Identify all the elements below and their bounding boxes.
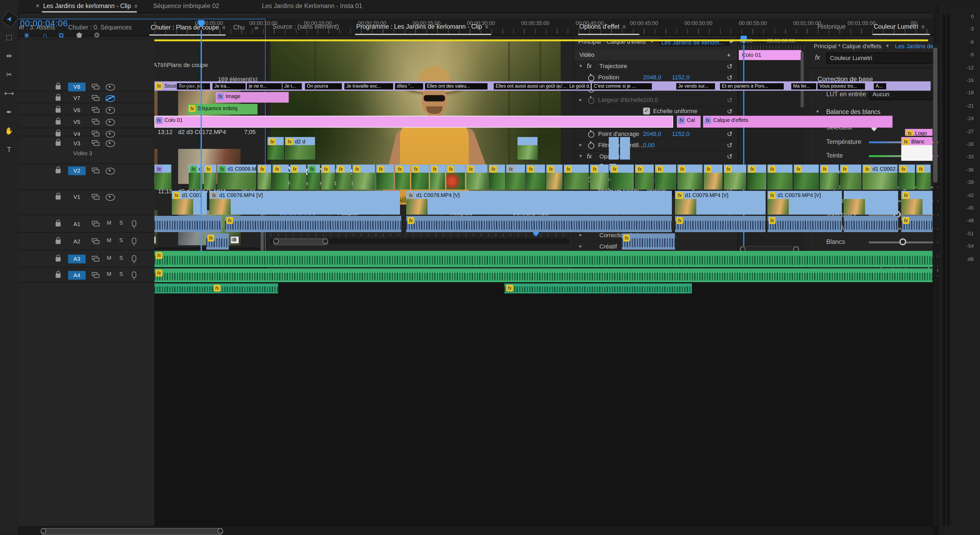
playhead-line[interactable] [200, 30, 202, 253]
track-target-V8[interactable]: V8 [68, 83, 86, 91]
timeline-clip[interactable]: fx [724, 164, 746, 190]
subtitle-segment[interactable]: Le goût d... [567, 83, 590, 89]
timeline-ruler[interactable]: :00:0000:00:05:0000:00:10:0000:00:15:000… [154, 19, 936, 30]
lock-icon[interactable] [56, 108, 61, 113]
track-header-V5[interactable]: V5 [18, 115, 154, 128]
timeline-clip[interactable]: fx [258, 164, 271, 190]
sync-lock-icon[interactable] [92, 107, 99, 113]
timeline-clip[interactable]: fx [590, 164, 609, 190]
timeline-horizontal-scrollbar[interactable] [18, 527, 933, 535]
mute-button[interactable]: M [107, 220, 111, 226]
sync-lock-icon[interactable] [92, 131, 99, 136]
close-icon[interactable]: × [36, 2, 40, 10]
lock-icon[interactable] [56, 96, 61, 101]
timeline-clip[interactable] [620, 137, 630, 160]
timeline-clip[interactable]: fx [564, 164, 589, 190]
timeline-clip[interactable]: fx [446, 164, 465, 190]
subtitle-track-bar[interactable]: fxSous-titres en italiBonjour, je...Je t… [154, 81, 931, 91]
timeline-clip[interactable]: fx [655, 164, 676, 190]
timeline-clip[interactable]: fx [767, 164, 792, 190]
timeline-clip-Image[interactable]: fxImage [216, 92, 289, 103]
track-header-V4[interactable]: V4 [18, 128, 154, 136]
track-header-A3[interactable]: A3MS [18, 250, 154, 268]
timeline-clip-S-quence-imbriq[interactable]: fxSéquence imbriq [188, 104, 257, 115]
lock-icon[interactable] [56, 132, 61, 136]
voiceover-record-icon[interactable] [132, 220, 136, 227]
timeline-clip[interactable]: fx [840, 164, 861, 190]
timeline-clip[interactable] [517, 137, 538, 160]
track-target-A3[interactable]: A3 [68, 255, 86, 264]
track-header-V3[interactable]: V3Vidéo 3 [18, 136, 154, 164]
tool-ripple-edit[interactable]: ⇹ [3, 50, 15, 62]
timeline-clip[interactable]: fx [610, 164, 634, 190]
sync-lock-icon[interactable] [92, 272, 99, 278]
sync-lock-icon[interactable] [92, 84, 99, 89]
timeline-clip[interactable]: fx [321, 164, 335, 190]
timeline-clip-d1-C0079-MP4-V-[interactable]: fxd1 C0079.MP4 [V] [675, 191, 765, 215]
solo-button[interactable]: S [119, 220, 123, 226]
tool-pen[interactable]: ✒ [3, 106, 15, 118]
audio-clip[interactable]: fx [406, 216, 672, 232]
timeline-clip-d1-C0079-MP4-V-[interactable]: fxd1 C0079.MP4 [V] [767, 191, 842, 215]
timeline-timecode[interactable]: 00:00:04:06 [20, 19, 68, 28]
voiceover-record-icon[interactable] [132, 255, 136, 261]
timeline-clip[interactable]: fx [307, 164, 320, 190]
solo-button[interactable]: S [119, 271, 123, 277]
tool-selection[interactable]: ➤ [0, 10, 19, 28]
timeline-clip[interactable]: fx [336, 164, 351, 190]
timeline-clip[interactable]: fx [290, 164, 306, 190]
sync-lock-icon[interactable] [92, 95, 99, 101]
timeline-clip-d2-d[interactable]: fxd2 d [285, 137, 315, 160]
lock-icon[interactable] [56, 142, 61, 146]
add-marker-icon[interactable]: ⬟ [76, 31, 82, 39]
timeline-clip-d1-C0078-MP4-V-[interactable]: fxd1 C0078.MP4 [V] [406, 191, 672, 215]
audio-clip[interactable]: fx [675, 216, 765, 232]
track-target-A2[interactable]: A2 [68, 237, 86, 246]
timeline-clip-d1-C0002-MP4[interactable]: fxd1 C0002.MP4 [862, 164, 897, 190]
timeline-clip[interactable]: fx [748, 164, 766, 190]
audio-clip[interactable]: fx [154, 268, 932, 282]
audio-clip[interactable]: fx [622, 233, 675, 250]
track-header-V1[interactable]: V1 [18, 190, 154, 215]
timeline-clip-d1-C007[interactable]: fxd1 C007 [172, 191, 207, 215]
sync-lock-icon[interactable] [92, 221, 99, 227]
timeline-clip[interactable]: fx [430, 164, 445, 190]
track-header-V7[interactable]: V7 [18, 91, 154, 103]
timeline-clip[interactable]: fx [901, 191, 932, 215]
audio-clip[interactable]: fx [206, 233, 229, 250]
toggle-track-output-icon[interactable] [105, 84, 115, 91]
timeline-clip[interactable]: fx [820, 164, 838, 190]
track-header-A1[interactable]: A1MS [18, 215, 154, 233]
solo-button[interactable]: S [119, 237, 123, 243]
timeline-clip[interactable]: fx [204, 164, 216, 190]
timeline-clip[interactable]: fx [411, 164, 429, 190]
tool-razor[interactable]: ✂ [3, 69, 15, 81]
lock-icon[interactable] [56, 273, 61, 278]
lock-icon[interactable] [56, 257, 61, 261]
subtitle-segment[interactable]: Je vends sur... [676, 83, 715, 89]
timeline-clip[interactable]: fx [352, 164, 375, 190]
timeline-clip[interactable]: fx [794, 164, 819, 190]
timeline-clip[interactable]: fx [635, 164, 654, 190]
subtitle-segment[interactable]: dîtes "... [395, 83, 423, 89]
timeline-clip[interactable]: fx [395, 164, 410, 190]
track-target-V6[interactable]: V6 [68, 105, 86, 115]
mute-button[interactable]: M [107, 271, 111, 277]
audio-clip[interactable]: fx [154, 251, 932, 267]
timeline-clip[interactable]: fx [267, 137, 284, 160]
track-target-V7[interactable]: V7 [68, 94, 86, 103]
timeline-clip[interactable]: fx [272, 164, 289, 190]
sequence-tab-2[interactable]: Les Jardins de Kerlomann - Insta 01 [262, 0, 362, 13]
subtitle-segment[interactable]: Je tra... [213, 83, 246, 89]
audio-clip[interactable] [154, 216, 222, 232]
mute-button[interactable]: M [107, 237, 111, 243]
sync-lock-icon[interactable] [92, 238, 99, 244]
subtitle-segment[interactable]: Et en paniers à Pors... [720, 83, 784, 89]
lock-icon[interactable] [56, 222, 61, 227]
audio-clip[interactable]: fx [901, 216, 932, 232]
sequence-tab-1[interactable]: Séquence imbriquée 02 [153, 0, 219, 13]
track-target-V1[interactable]: V1 [68, 193, 86, 201]
work-area-bar[interactable] [154, 39, 928, 41]
timeline-clip-Blanc[interactable]: fxBlanc [901, 137, 932, 161]
timeline-clip[interactable]: fx [526, 164, 545, 190]
